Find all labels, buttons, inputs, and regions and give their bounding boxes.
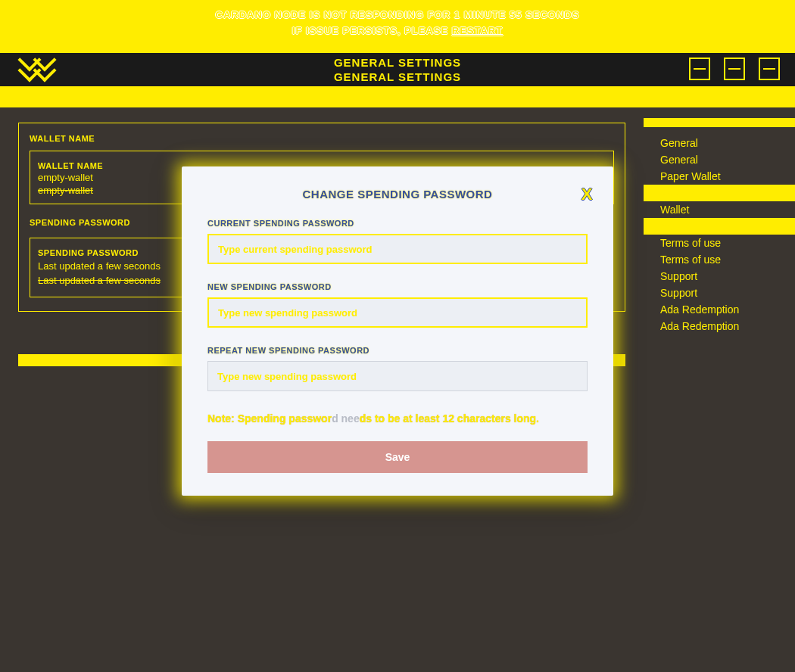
sidebar-item-wallet[interactable]: Wallet [644, 218, 795, 235]
page-title: GENERAL SETTINGS GENERAL SETTINGS [0, 53, 795, 83]
sidebar-item-terms-of-use[interactable]: Terms of use [644, 251, 795, 268]
sidebar-item-support[interactable]: Support [644, 285, 795, 301]
sidebar-item-paper-wallet[interactable]: Paper Wallet [644, 185, 795, 201]
sidebar-item-paper-wallet[interactable]: Paper Wallet [644, 168, 795, 185]
sidebar-item-terms-of-use[interactable]: Terms of use [644, 235, 795, 251]
spending-password-updated: Last updated a few seconds [38, 260, 220, 272]
sidebar-item-ada-redemption[interactable]: Ada Redemption [644, 318, 795, 334]
settings-icon[interactable] [724, 58, 745, 80]
menu-icon[interactable] [759, 58, 780, 80]
title-bar-icons [689, 58, 780, 80]
password-note: Note: Spending password needs to be at l… [207, 412, 588, 425]
network-icon[interactable] [689, 58, 710, 80]
sidebar-accent [644, 118, 795, 127]
sync-warning-banner: CARDANO NODE IS NOT RESPONDING FOR 1 MIN… [0, 0, 795, 53]
banner-line2: IF ISSUE PERSISTS, PLEASE RESTART [0, 25, 795, 36]
spending-password-label: SPENDING PASSWORD [30, 218, 130, 227]
banner-line1: CARDANO NODE IS NOT RESPONDING FOR 1 MIN… [0, 9, 795, 20]
sidebar-item-support[interactable]: Support [644, 268, 795, 285]
settings-sidebar: GeneralGeneralPaper WalletPaper WalletWa… [644, 107, 795, 366]
accent-strip [0, 86, 795, 107]
wallet-name-label: WALLET NAME [30, 134, 95, 143]
content-footer-accent [18, 354, 625, 366]
app-logo-icon [21, 56, 51, 83]
restart-link[interactable]: RESTART [452, 25, 503, 36]
sidebar-item-ada-redemption[interactable]: Ada Redemption [644, 301, 795, 318]
settings-card: WALLET NAME WALLET NAME empty-wallet emp… [18, 123, 625, 312]
spending-password-field[interactable]: SPENDING PASSWORD Last updated a few sec… [30, 238, 228, 297]
title-bar: GENERAL SETTINGS GENERAL SETTINGS [0, 53, 795, 86]
save-button[interactable]: Save [207, 441, 588, 473]
settings-content: WALLET NAME WALLET NAME empty-wallet emp… [0, 107, 644, 366]
wallet-name-value: empty-wallet [38, 172, 606, 183]
wallet-name-field[interactable]: WALLET NAME empty-wallet empty-wallet [30, 151, 614, 204]
sidebar-item-general[interactable]: General [644, 151, 795, 168]
sidebar-item-general[interactable]: General [644, 135, 795, 151]
sidebar-item-wallet[interactable]: Wallet [644, 201, 795, 218]
